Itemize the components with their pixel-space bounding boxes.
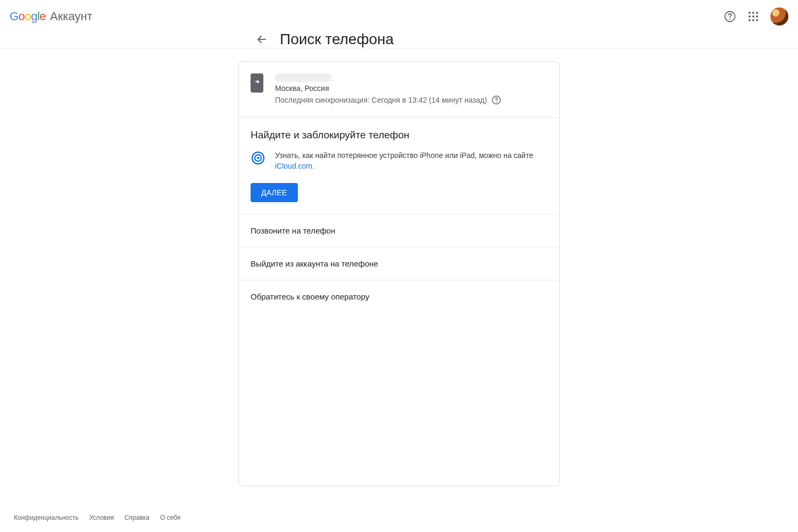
- svg-point-8: [749, 19, 751, 21]
- sync-help-icon[interactable]: [491, 95, 502, 105]
- next-button[interactable]: ДАЛЕЕ: [251, 183, 298, 202]
- find-lock-section: Найдите и заблокируйте телефон Узнать, к…: [239, 118, 559, 214]
- svg-point-4: [756, 12, 758, 14]
- device-name-placeholder: [275, 73, 331, 82]
- action-contact-carrier[interactable]: Обратитесь к своему оператору: [239, 280, 559, 313]
- device-header-section: Москва, Россия Последняя синхронизация: …: [239, 62, 559, 118]
- footer-terms[interactable]: Условия: [89, 514, 114, 521]
- find-lock-title: Найдите и заблокируйте телефон: [251, 129, 547, 141]
- apps-grid-icon[interactable]: [747, 10, 760, 23]
- app-header: Google Аккаунт: [0, 0, 798, 31]
- back-arrow-icon[interactable]: [255, 33, 268, 46]
- device-location: Москва, Россия: [275, 84, 502, 93]
- footer-about[interactable]: О себе: [160, 514, 181, 521]
- svg-point-15: [257, 157, 259, 159]
- brand: Google Аккаунт: [10, 10, 93, 23]
- footer-privacy[interactable]: Конфиденциальность: [14, 514, 79, 521]
- find-lock-text: Узнать, как найти потерянное устройство …: [275, 151, 547, 171]
- svg-point-7: [756, 15, 758, 18]
- title-bar: Поиск телефона: [106, 31, 692, 48]
- svg-point-5: [749, 15, 751, 18]
- svg-point-12: [496, 102, 497, 103]
- device-sync-text: Последняя синхронизация: Сегодня в 13:42…: [275, 96, 487, 104]
- svg-point-10: [756, 19, 758, 21]
- action-sign-out[interactable]: Выйдите из аккаунта на телефоне: [239, 247, 559, 280]
- footer-help[interactable]: Справка: [124, 514, 149, 521]
- help-icon[interactable]: [724, 10, 736, 23]
- brand-subtitle: Аккаунт: [50, 10, 93, 23]
- footer: Конфиденциальность Условия Справка О себ…: [0, 508, 798, 532]
- svg-point-1: [729, 19, 730, 20]
- locate-target-icon: [251, 151, 265, 165]
- avatar[interactable]: [770, 7, 788, 26]
- phone-device-icon: [251, 73, 263, 93]
- google-logo: Google: [10, 10, 46, 23]
- icloud-link[interactable]: iCloud.com.: [275, 162, 314, 170]
- action-call-phone[interactable]: Позвоните на телефон: [239, 214, 559, 247]
- svg-point-9: [752, 19, 754, 21]
- device-card: Москва, Россия Последняя синхронизация: …: [238, 61, 560, 486]
- page-title: Поиск телефона: [280, 31, 394, 48]
- main-content: Москва, Россия Последняя синхронизация: …: [0, 48, 798, 508]
- svg-point-6: [752, 15, 754, 18]
- svg-point-2: [749, 12, 751, 14]
- svg-point-3: [752, 12, 754, 14]
- header-actions: [724, 7, 788, 26]
